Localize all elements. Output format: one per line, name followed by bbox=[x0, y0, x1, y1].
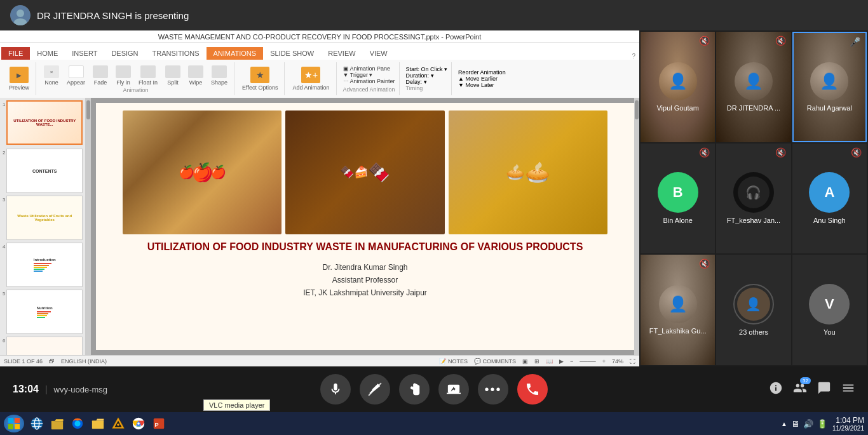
start-button[interactable] bbox=[4, 415, 24, 432]
tab-review[interactable]: REVIEW bbox=[321, 47, 362, 60]
ppt-title-bar: WASTE MANAGEMENT AND CO-PRODUCT RECOVERY… bbox=[0, 30, 639, 43]
bottom-controls: 13:04 | wvy-uode-msg ••• bbox=[0, 366, 868, 412]
scroll-handle-right[interactable] bbox=[634, 98, 639, 355]
taskbar-ppt-icon[interactable]: P bbox=[150, 415, 168, 432]
participant-card-ftlakshika[interactable]: 👤 FT_Lakshika Gu... 🔇 bbox=[641, 255, 715, 365]
slide-4-container: 4 Introduction bbox=[3, 243, 83, 287]
slide-3-thumb[interactable]: Waste Utilization of Fruits and Vegetabl… bbox=[6, 196, 83, 240]
taskbar-battery-icon[interactable]: 🔋 bbox=[817, 419, 827, 429]
animation-row-top: × None Appear Fade Fl bbox=[41, 64, 230, 87]
move-later-btn[interactable]: ▼ Move Later bbox=[458, 82, 506, 88]
language: ENGLISH (INDIA) bbox=[61, 358, 107, 365]
taskbar-network-icon[interactable]: 🖥 bbox=[791, 419, 799, 429]
zoom-level: 74% bbox=[612, 358, 623, 365]
participant-card-23others[interactable]: 👤 23 others bbox=[716, 255, 790, 365]
camera-button[interactable] bbox=[360, 374, 390, 405]
participant-card-vipul[interactable]: 👤 Vipul Goutam 🔇 bbox=[641, 32, 715, 142]
view-slide-sorter[interactable]: ⊞ bbox=[534, 358, 539, 365]
slide-count: SLIDE 1 OF 46 bbox=[4, 358, 43, 365]
taskbar-clock[interactable]: 1:04 PM 11/29/2021 bbox=[832, 416, 864, 432]
slide-2-thumb[interactable]: CONTENTS bbox=[6, 149, 83, 193]
tab-insert[interactable]: INSERT bbox=[65, 47, 104, 60]
view-reading[interactable]: 📖 bbox=[546, 358, 553, 365]
presentation-area: WASTE MANAGEMENT AND CO-PRODUCT RECOVERY… bbox=[0, 30, 639, 366]
slide-4-thumb[interactable]: Introduction bbox=[6, 243, 83, 287]
taskbar-chrome-icon[interactable] bbox=[130, 415, 147, 432]
zoom-plus[interactable]: + bbox=[602, 358, 606, 365]
ftkeshav-name: FT_keshav Jan... bbox=[724, 217, 783, 224]
controls-right: 32 bbox=[769, 381, 855, 398]
taskbar-folder-icon[interactable] bbox=[89, 415, 107, 432]
view-presentation[interactable]: ▶ bbox=[559, 358, 564, 365]
wipe-btn[interactable]: Wipe bbox=[186, 64, 206, 87]
ppt-tabs: FILE HOME INSERT DESIGN TRANSITIONS ANIM… bbox=[0, 43, 639, 60]
slide-1-container: 1 UTILIZATION OF FOOD INDUSTRY WASTE... bbox=[3, 100, 83, 145]
tab-animations[interactable]: ANIMATIONS bbox=[207, 47, 264, 60]
slide-panel[interactable]: 1 UTILIZATION OF FOOD INDUSTRY WASTE... … bbox=[0, 98, 86, 355]
screen-share-button[interactable] bbox=[438, 374, 469, 405]
chat-button[interactable] bbox=[817, 381, 831, 398]
tab-home[interactable]: HOME bbox=[30, 47, 65, 60]
participant-card-drjitendra[interactable]: 👤 DR JITENDRA ... 🔇 bbox=[716, 32, 790, 142]
flyin-btn[interactable]: Fly in bbox=[113, 64, 133, 87]
mic-button[interactable] bbox=[320, 374, 351, 405]
taskbar-ie-icon[interactable] bbox=[28, 415, 46, 432]
fade-btn[interactable]: Fade bbox=[90, 64, 111, 87]
animation-painter-btn[interactable]: ⋯ Animation Painter bbox=[343, 78, 395, 84]
participant-card-rahul[interactable]: 👤 Rahul Agarwal 🎤 bbox=[792, 32, 867, 142]
end-call-button[interactable] bbox=[517, 374, 548, 405]
taskbar-firefox-icon[interactable] bbox=[69, 415, 86, 432]
zoom-slider[interactable]: ──── bbox=[580, 358, 596, 365]
floatin-btn[interactable]: Float In bbox=[136, 64, 160, 87]
split-btn[interactable]: Split bbox=[163, 64, 183, 87]
comments-btn[interactable]: 💬 COMMENTS bbox=[474, 358, 516, 365]
tab-slideshow[interactable]: SLIDE SHOW bbox=[263, 47, 321, 60]
zoom-minus[interactable]: − bbox=[570, 358, 573, 365]
shape-btn[interactable]: Shape bbox=[208, 64, 230, 87]
trigger-btn[interactable]: ▼ Trigger ▾ bbox=[343, 72, 395, 78]
taskbar-vlc-icon[interactable] bbox=[109, 415, 127, 432]
none-btn[interactable]: × None bbox=[41, 64, 62, 87]
slide-5-thumb[interactable]: Nutrition bbox=[6, 290, 83, 334]
tab-transitions[interactable]: TRANSITIONS bbox=[146, 47, 207, 60]
tab-design[interactable]: DESIGN bbox=[104, 47, 145, 60]
move-earlier-btn[interactable]: ▲ Move Earlier bbox=[458, 76, 506, 82]
appear-btn[interactable]: Appear bbox=[64, 64, 88, 87]
rahul-name: Rahul Agarwal bbox=[807, 104, 852, 112]
notes-btn[interactable]: 📝 NOTES bbox=[439, 358, 468, 365]
tab-view[interactable]: VIEW bbox=[363, 47, 395, 60]
effect-options-btn[interactable]: ★ Effect Options bbox=[240, 65, 280, 92]
participant-card-ftkeshav[interactable]: 🎧 FT_keshav Jan... 🔇 bbox=[716, 144, 790, 254]
view-normal[interactable]: ▣ bbox=[522, 358, 528, 365]
scroll-handle-left[interactable] bbox=[86, 98, 91, 355]
effect-group: ★ Effect Options bbox=[236, 62, 285, 95]
taskbar-arrow-icon[interactable]: ▲ bbox=[781, 420, 787, 427]
fit-slide[interactable]: ⛶ bbox=[630, 358, 635, 365]
raise-hand-button[interactable] bbox=[399, 374, 430, 405]
slide-3-container: 3 Waste Utilization of Fruits and Vegeta… bbox=[3, 196, 83, 240]
ppt-content: 1 UTILIZATION OF FOOD INDUSTRY WASTE... … bbox=[0, 98, 639, 355]
you-avatar: V bbox=[809, 284, 850, 325]
preview-group: ▶ Preview bbox=[3, 62, 36, 95]
slide-1-thumb[interactable]: UTILIZATION OF FOOD INDUSTRY WASTE... bbox=[6, 100, 83, 145]
participant-card-binalone[interactable]: B Bin Alone 🔇 bbox=[641, 144, 715, 254]
preview-button[interactable]: ▶ Preview bbox=[6, 65, 32, 92]
ftkeshav-mic-off-icon: 🔇 bbox=[775, 147, 786, 157]
info-button[interactable] bbox=[769, 381, 783, 398]
slide-6-thumb[interactable]: Fruit processing... bbox=[6, 337, 83, 355]
animation-pane-section: ▣ Animation Pane ▼ Trigger ▾ ⋯ Animation… bbox=[343, 65, 395, 84]
vlc-tooltip-text: VLC media player bbox=[209, 401, 264, 409]
ftkeshav-avatar: 🎧 bbox=[733, 172, 774, 213]
animation-pane-btn[interactable]: ▣ Animation Pane bbox=[343, 65, 395, 72]
presenter-text: DR JITENDRA SINGH is presenting bbox=[37, 10, 189, 21]
taskbar-volume-icon[interactable]: 🔊 bbox=[803, 419, 813, 429]
slide-1-num: 1 bbox=[3, 102, 5, 107]
participants-button[interactable]: 32 bbox=[793, 381, 807, 398]
add-animation-btn[interactable]: ★+ Add Animation bbox=[290, 65, 332, 92]
participant-card-anusingha[interactable]: A Anu Singh 🔇 bbox=[792, 144, 867, 254]
participant-card-you[interactable]: V You bbox=[792, 255, 867, 365]
more-options-button[interactable]: ••• bbox=[478, 374, 508, 405]
taskbar-explorer-icon[interactable] bbox=[48, 415, 66, 432]
activities-button[interactable] bbox=[841, 381, 855, 398]
tab-file[interactable]: FILE bbox=[1, 47, 30, 60]
